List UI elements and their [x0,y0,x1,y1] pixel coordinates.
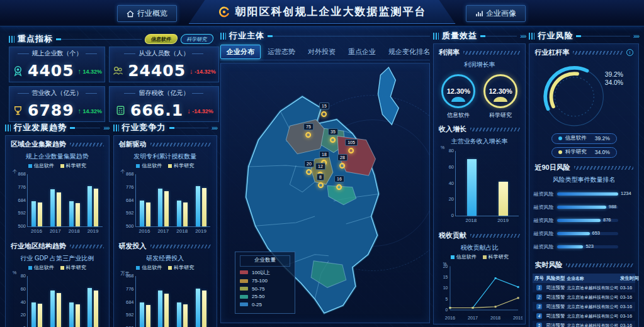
tab-1[interactable]: 运营态势 [262,45,301,58]
map-legend-row: 75-100 [240,278,290,284]
map-marker[interactable]: 28 [337,150,347,169]
leverage-legend: 信息软件39.2%科学研究34.0% [529,131,638,159]
chart-legend: 信息软件科学研究 [118,162,213,169]
chart-legend: 信息软件科学研究 [436,253,523,260]
map-pin-icon [336,184,342,190]
hatch-deco [150,143,212,147]
chart-title: 风险类型事件数量排名 [529,175,638,184]
section-title: 质量效益 [442,30,477,42]
left-chart-row: 行业发展趋势 »» 区域企业集聚趋势 规上企业数量集聚趋势 信息软件科学研究个5… [5,122,217,327]
map-marker-value: 8 [317,174,324,180]
stat-card-delta: ↓ -14.32% [189,67,216,75]
info-icon[interactable]: i [626,49,633,56]
risk-rank-row: 融资风险653 [533,230,635,237]
block-title: 税收贡献 [439,231,466,240]
map-legend-row: 0-25 [240,302,290,308]
table-header-row: 序号风险类型企业名称发生时间 [533,274,635,283]
risk-rank-row: 融资风险988 [533,204,635,211]
filter-pill-0[interactable]: 信息软件 [144,34,179,44]
section-line [576,36,630,36]
key-indicators-header: 重点指标 信息软件科学研究 [9,33,213,45]
main-tab-bar: 企业分布运营态势对外投资重点企业规企变化排名 [220,44,430,60]
map-marker-value: 75 [303,123,314,130]
table-row[interactable]: 1司法预警北京启迪卓越科技有限公司03-16 [533,283,635,292]
map-marker-value: 28 [337,154,347,161]
stat-card-1: 从业人员数（人）24405↓ -14.32% [109,47,219,82]
table-row[interactable]: 4司法预警北京启迪卓越科技有限公司03-16 [533,311,635,321]
tab-0[interactable]: 企业分布 [220,45,261,59]
map-marker-value: 105 [345,139,358,146]
nav-enterprise-profile[interactable]: 企业画像 [466,5,526,22]
risk-header: 行业风险 »» [529,30,639,42]
bar-plot: %020406080 [27,276,103,327]
leverage-sub-header: 行业杠杆率 i [529,44,638,59]
compete-header: 行业竞争力 »» [113,122,218,133]
dashboard-body: 重点指标 信息软件科学研究 规上企业数（个）4405↑ 14.32%从业人员数（… [0,26,644,327]
competitiveness-section: 行业竞争力 »» 创新驱动 发明专利累计授权数量 信息软件科学研究个500592… [113,122,218,327]
tab-2[interactable]: 对外投资 [302,45,341,58]
chart-title: 行业 GDP 占第三产业比例 [6,254,109,263]
home-icon [127,10,134,18]
hatch-deco [470,234,520,238]
filter-pill-1[interactable]: 科学研究 [180,34,215,44]
bar-plot: %020406080 [455,151,519,216]
patent-chart: 信息软件科学研究个5005926847768682016201720182019 [118,162,213,234]
hatch-deco [70,143,104,147]
more-arrow[interactable]: »» [633,33,639,40]
recent-risk-sub-header: 近90日风险 [529,159,638,174]
map-pin-icon [306,169,312,175]
stat-card-label: 规上企业数（个） [12,49,102,58]
map-marker[interactable]: 8 [317,170,324,188]
table-row[interactable]: 3司法预警北京启迪卓越科技有限公司03-16 [533,302,635,311]
section-deco-icon [433,33,439,40]
leverage-legend-item[interactable]: 信息软件39.2% [551,133,617,144]
block-title: 行业地区结构趋势 [11,241,66,251]
more-arrow[interactable]: »» [103,125,109,131]
svg-text:5: 5 [446,297,448,301]
section-deco-icon [113,125,119,131]
key-indicators-panel: 重点指标 信息软件科学研究 规上企业数（个）4405↑ 14.32%从业人员数（… [5,30,217,118]
more-arrow[interactable]: »» [212,125,217,131]
hatch-deco [70,245,104,248]
stat-card-delta: ↑ 14.32% [78,67,103,75]
district-map-panel: 15753510518282012816 企业数量 100以上75-10050-… [220,63,430,323]
stat-card-delta: ↓ -14.32% [187,107,213,114]
map-marker-value: 16 [334,175,344,182]
hatch-deco [573,51,623,55]
leverage-legend-item[interactable]: 科学研究34.0% [551,147,617,158]
tab-3[interactable]: 重点企业 [342,45,381,58]
bar-plot: 个500592684776868 [27,174,103,227]
bar-plot: 个500592684776868 [135,174,211,227]
table-row[interactable]: 2司法预警北京启迪卓越科技有限公司03-16 [533,292,635,302]
stat-card-0: 规上企业数（个）4405↑ 14.32% [9,47,105,82]
more-arrow[interactable]: »» [520,33,526,40]
section-deco-icon [529,33,534,40]
map-pin-icon [349,148,354,153]
chart-title: 税收贡献占比 [434,243,525,252]
chart-title: 研发经费投入 [114,254,217,263]
bar-plot: 万元500592684776868 [135,276,211,327]
leverage-gauge: 39.2%34.0% [529,59,638,134]
section-title: 行业风险 [538,30,573,42]
section-line [268,36,430,36]
trophy-icon [12,104,24,116]
chart-legend: 信息软件科学研究 [9,162,105,169]
map-legend-row: 100以上 [240,269,290,276]
block-title: 创新驱动 [119,140,147,149]
map-marker[interactable]: 16 [334,172,344,190]
stat-card-value: 24405 [128,62,186,80]
svg-text:10: 10 [443,285,448,290]
map-marker[interactable]: 35 [328,125,338,143]
nav-industry-overview[interactable]: 行业概览 [117,5,177,22]
tab-4[interactable]: 规企变化排名 [383,45,436,58]
quality-header: 质量效益 »» [433,30,526,42]
map-marker[interactable]: 15 [319,99,329,117]
hatch-deco [574,166,633,170]
trend-sub1-header: 区域企业集聚趋势 [6,136,109,151]
map-marker[interactable]: 20 [304,157,314,175]
map-marker[interactable]: 75 [303,119,314,138]
table-row[interactable]: 5司法预警北京启迪卓越科技有限公司03-16 [533,321,635,327]
risk-column: 行业风险 »» 行业杠杆率 i 39.2%34.0% 信息软件39.2%科学研究… [529,30,639,323]
map-pin-icon [330,137,336,143]
section-deco-icon [220,33,226,40]
